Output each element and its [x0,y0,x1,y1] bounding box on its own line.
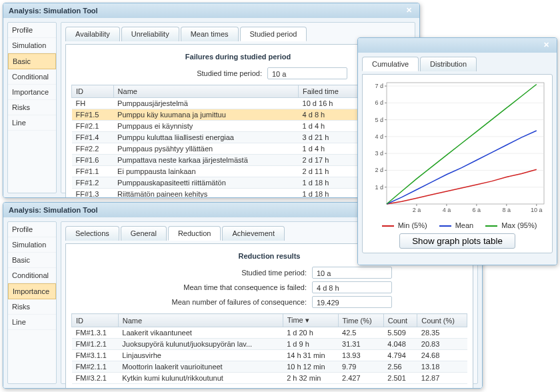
svg-text:5 d: 5 d [375,117,383,123]
tab-studied-period[interactable]: Studied period [240,27,307,41]
legend-item: Min (5%) [378,221,427,229]
sidebar-item-line[interactable]: Line [8,115,56,131]
tab-mean-times[interactable]: Mean times [181,27,239,41]
svg-text:10 a: 10 a [531,207,543,213]
sidebar-item-conditional[interactable]: Conditional [8,268,56,283]
sidebar-item-importance[interactable]: Importance [8,85,56,100]
field-label: Studied time period: [147,269,307,277]
table-row[interactable]: FF#1.5Pumppu käy kuumana ja jumittuu4 d … [72,109,405,121]
titlebar-chart[interactable]: ✕ [358,38,557,53]
table-row[interactable]: FM#1.2.1Juoksupyörä kulunut/juoksupyörän… [72,339,467,350]
svg-text:6 a: 6 a [473,207,481,213]
sidebar-item-risks[interactable]: Risks [8,299,56,315]
field-label: Mean number of failures of consequence: [147,298,307,306]
table-row[interactable]: FF#1.4Pumppu kuluttaa liiallisesti energ… [72,132,405,143]
tab-availability[interactable]: Availability [65,27,120,41]
sidebar-item-simulation[interactable]: Simulation [8,38,56,53]
field-value[interactable]: 4 d 8 h [312,281,392,293]
table-row[interactable]: FM#3.1.1Linjausvirhe14 h 31 min13.934.79… [72,350,467,361]
svg-text:4 d: 4 d [375,133,383,140]
tab-general[interactable]: General [121,226,167,241]
column-header[interactable]: ID [72,314,119,327]
column-header[interactable]: Time (%) [338,314,383,327]
svg-rect-0 [387,83,544,204]
sidebar-2: ProfileSimulationBasicConditionalImporta… [7,221,57,384]
column-header[interactable]: ID [72,85,114,98]
sidebar-item-risks[interactable]: Risks [8,100,56,115]
close-icon[interactable]: ✕ [541,41,551,50]
period-label: Studied time period: [129,69,262,77]
table-row[interactable]: FM#2.1.1Moottorin laakerit vaurioituneet… [72,361,467,373]
sidebar-item-conditional[interactable]: Conditional [8,69,56,85]
table-row[interactable]: FF#2.1Pumppaus ei käynnisty1 d 4 h16.838 [72,121,405,132]
chart-legend: Min (5%)MeanMax (95%) [367,221,548,229]
tab-selections[interactable]: Selections [65,226,119,241]
field-label: Mean time that consequence is failed: [147,283,307,291]
legend-item: Mean [435,221,474,229]
table-row[interactable]: FF#1.3Riittämätön paineen kehitys1 d 18 … [72,189,405,199]
chart-plot: 1 d2 d3 d4 d5 d6 d7 d2 a4 a6 a8 a10 a [367,79,548,219]
column-header[interactable]: Count [383,314,417,327]
sidebar-item-simulation[interactable]: Simulation [8,237,56,253]
reduction-table: IDNameTime ▾Time (%)CountCount (%) FM#1.… [71,313,467,384]
table-row[interactable]: FM#1.3.1Laakerit vikaantuneet1 d 20 h42.… [72,327,467,339]
tab-distribution[interactable]: Distribution [420,57,477,71]
show-plots-button[interactable]: Show graph plots table [399,233,515,249]
svg-text:8 a: 8 a [503,207,511,213]
tab-unreliability[interactable]: Unreliability [121,27,179,41]
sidebar-item-basic[interactable]: Basic [8,53,56,69]
period-field[interactable]: 10 a [267,67,347,79]
table-row[interactable]: FF#2.2Pumppaus pysähtyy yllättäen1 d 4 h… [72,143,405,155]
failures-table: IDNameFailed timeFailures FHPumppausjärj… [71,85,405,198]
column-header[interactable]: Name [113,85,298,98]
sidebar-item-importance[interactable]: Importance [8,283,56,299]
column-header[interactable]: Count (%) [417,314,467,327]
table-row[interactable]: FHPumppausjärjestelmä10 d 16 h64.704 [72,98,405,109]
titlebar-1[interactable]: Analysis: Simulation Tool ✕ [3,3,419,18]
legend-item: Max (95%) [481,221,537,229]
field-value[interactable]: 19.429 [312,296,392,308]
column-header[interactable]: Failed time [299,85,358,98]
sidebar-item-profile[interactable]: Profile [8,222,56,237]
svg-text:1 d: 1 d [375,184,383,191]
svg-text:4 a: 4 a [443,207,451,213]
window-chart: ✕ CumulativeDistribution 1 d2 d3 d4 d5 d… [357,37,557,265]
sidebar-item-profile[interactable]: Profile [8,23,56,38]
tab-reduction[interactable]: Reduction [168,226,221,241]
table-row[interactable]: FF#1.1Ei pumppausta lainkaan2 d 11 h12.2… [72,166,405,177]
sidebar-item-basic[interactable]: Basic [8,253,56,268]
table-row[interactable]: FM#3.2.1Kytkin kumi kulunut/rikkoutunut2… [72,373,467,384]
window-title: Analysis: Simulation Tool [9,206,98,214]
field-value[interactable]: 10 a [312,267,392,279]
sidebar-1: ProfileSimulationBasicConditionalImporta… [7,22,57,193]
close-icon[interactable]: ✕ [403,6,414,15]
section-title: Failures during studied period [71,53,405,61]
table-row[interactable]: FF#1.2Pumppauskapasiteetti riittämätön1 … [72,177,405,189]
tab-achievement[interactable]: Achievement [222,226,285,241]
tab-cumulative[interactable]: Cumulative [362,57,419,71]
table-row[interactable]: FF#1.6Pumpattava neste karkaa järjestelm… [72,155,405,166]
svg-text:6 d: 6 d [375,99,383,106]
column-header[interactable]: Name [118,314,283,327]
sidebar-item-line[interactable]: Line [8,315,56,330]
window-title: Analysis: Simulation Tool [9,7,98,15]
svg-text:2 a: 2 a [413,207,421,213]
svg-text:7 d: 7 d [375,83,383,89]
column-header[interactable]: Time ▾ [283,314,338,327]
svg-text:2 d: 2 d [375,167,383,173]
svg-text:3 d: 3 d [375,150,383,157]
